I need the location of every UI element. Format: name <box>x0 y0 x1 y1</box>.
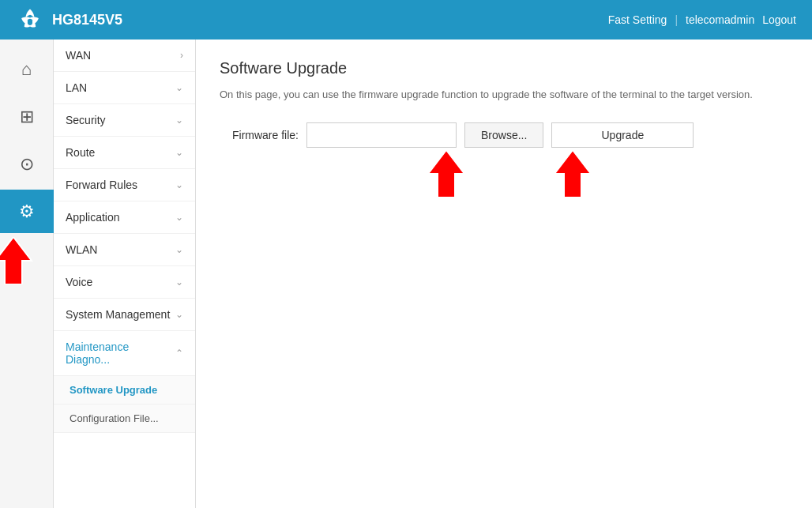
header: HG8145V5 Fast Setting | telecomadmin Log… <box>0 0 812 40</box>
nav-sub-item-configuration-file-label: Configuration File... <box>70 412 159 424</box>
settings-icon: ⚙ <box>19 201 35 222</box>
logout-link[interactable]: Logout <box>762 13 796 26</box>
nav-item-forward-rules-chevron: ⌄ <box>175 179 183 190</box>
firmware-form-row: Firmware file: Browse... Upgrade <box>220 122 788 148</box>
sidebar-icon-home[interactable]: ⌂ <box>0 47 54 91</box>
nav-sub-item-software-upgrade[interactable]: Software Upgrade <box>54 376 195 405</box>
nav-sub-item-software-upgrade-label: Software Upgrade <box>70 384 157 396</box>
nav-item-voice-label: Voice <box>66 276 92 288</box>
nav-item-system-management[interactable]: System Management ⌄ <box>54 299 195 331</box>
nav-item-route-chevron: ⌄ <box>175 147 183 158</box>
nav-item-maintenance-chevron: ⌃ <box>175 348 183 359</box>
sidebar-icon-add[interactable]: ⊞ <box>0 95 54 138</box>
annotation-arrow-browse <box>425 150 468 200</box>
nav-item-system-management-chevron: ⌄ <box>175 309 183 320</box>
firmware-label: Firmware file: <box>220 129 299 141</box>
nav-item-application[interactable]: Application ⌄ <box>54 201 195 234</box>
logo-text: HG8145V5 <box>52 12 122 28</box>
nav-item-voice-chevron: ⌄ <box>175 277 183 288</box>
annotation-arrow-upgrade <box>551 150 595 200</box>
nav-item-security-label: Security <box>66 114 106 126</box>
header-divider: | <box>675 13 678 26</box>
header-right: Fast Setting | telecomadmin Logout <box>608 13 796 26</box>
nav-item-forward-rules[interactable]: Forward Rules ⌄ <box>54 169 195 201</box>
nav-item-maintenance-label: Maintenance Diagno... <box>66 341 175 366</box>
nav-item-wlan[interactable]: WLAN ⌄ <box>54 234 195 266</box>
nav-item-route-label: Route <box>66 146 95 159</box>
nav-item-wlan-chevron: ⌄ <box>175 244 183 255</box>
annotation-arrow-sidebar <box>0 237 36 289</box>
main-content: Software Upgrade On this page, you can u… <box>196 40 812 508</box>
browse-button[interactable]: Browse... <box>464 122 543 148</box>
nav-sub-item-configuration-file[interactable]: Configuration File... <box>54 405 195 433</box>
page-title: Software Upgrade <box>220 59 788 77</box>
nav-item-security[interactable]: Security ⌄ <box>54 104 195 137</box>
nav-item-lan-label: LAN <box>66 81 87 94</box>
nav-item-wlan-label: WLAN <box>66 243 97 256</box>
nav-item-lan-chevron: ⌄ <box>175 82 183 93</box>
svg-marker-2 <box>428 150 464 198</box>
upgrade-button[interactable]: Upgrade <box>551 122 694 148</box>
annotation-arrow-software-upgrade <box>187 380 196 410</box>
nav-item-voice[interactable]: Voice ⌄ <box>54 266 195 299</box>
svg-marker-0 <box>0 237 32 284</box>
nav-item-application-label: Application <box>66 211 120 224</box>
firmware-file-input[interactable] <box>306 122 457 148</box>
sidebar-icon-monitor[interactable]: ⊙ <box>0 142 54 186</box>
svg-marker-3 <box>554 150 591 198</box>
nav-item-system-management-label: System Management <box>66 308 170 321</box>
nav-item-wan-label: WAN <box>66 49 91 62</box>
username-label: telecomadmin <box>686 13 754 26</box>
page-description: On this page, you can use the firmware u… <box>220 87 788 103</box>
nav-sidebar: WAN › LAN ⌄ Security ⌄ Route ⌄ Forward R… <box>54 40 196 508</box>
logo: HG8145V5 <box>16 6 122 34</box>
nav-item-wan-chevron: › <box>180 50 183 61</box>
nav-item-security-chevron: ⌄ <box>175 115 183 126</box>
add-icon: ⊞ <box>20 107 34 127</box>
home-icon: ⌂ <box>21 59 32 80</box>
main-layout: ⌂ ⊞ ⊙ ⚙ WAN › LAN ⌄ Security <box>0 40 812 508</box>
nav-item-wan[interactable]: WAN › <box>54 40 195 72</box>
monitor-icon: ⊙ <box>20 154 34 175</box>
fast-setting-link[interactable]: Fast Setting <box>608 13 667 26</box>
nav-item-forward-rules-label: Forward Rules <box>66 179 137 191</box>
huawei-logo-icon <box>16 6 44 34</box>
nav-item-application-chevron: ⌄ <box>175 212 183 223</box>
icon-sidebar: ⌂ ⊞ ⊙ ⚙ <box>0 40 54 508</box>
nav-item-maintenance[interactable]: Maintenance Diagno... ⌃ <box>54 331 195 376</box>
nav-item-lan[interactable]: LAN ⌄ <box>54 72 195 104</box>
sidebar-icon-settings[interactable]: ⚙ <box>0 190 54 233</box>
nav-item-route[interactable]: Route ⌄ <box>54 137 195 169</box>
